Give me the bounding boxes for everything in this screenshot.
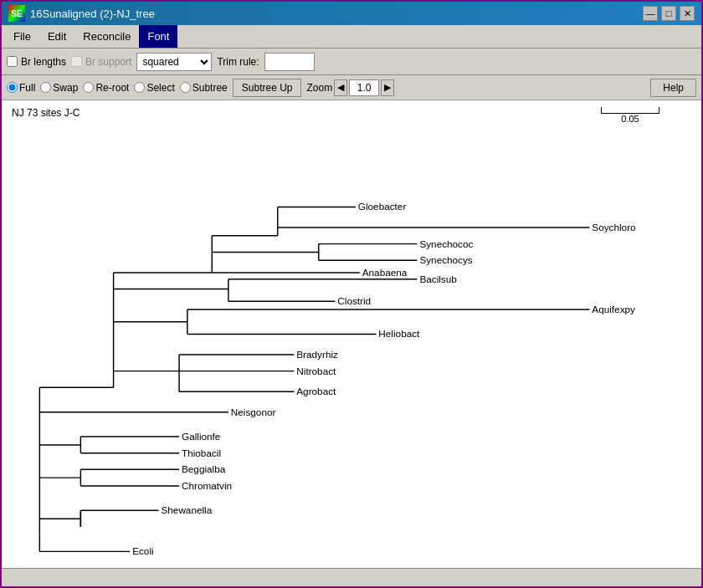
svg-text:Thiobacil: Thiobacil [182, 447, 221, 458]
shape-dropdown[interactable]: squared linear radial [136, 53, 212, 71]
br-support-label: Br support [85, 56, 131, 68]
trim-rule-input[interactable] [264, 53, 315, 71]
svg-text:Ecoli: Ecoli [132, 545, 153, 556]
svg-text:Soychloro: Soychloro [592, 222, 636, 233]
tree-svg: Ecoli Shewanella Beggialba Chromatvin [2, 100, 701, 568]
tree-area: NJ 73 sites J-C 0.05 Ecoli S [2, 100, 701, 568]
svg-text:Gallionfe: Gallionfe [182, 431, 221, 442]
full-radio-label: Full [19, 82, 35, 94]
svg-text:Neisgonor: Neisgonor [231, 406, 276, 417]
zoom-increase-button[interactable]: ▶ [381, 79, 394, 96]
minimize-button[interactable]: — [643, 6, 658, 21]
br-lengths-checkbox[interactable] [7, 56, 18, 67]
br-support-checkbox[interactable] [71, 56, 82, 67]
svg-text:Synechococ: Synechococ [419, 238, 473, 249]
window-title: 16Sunaligned (2)-NJ_tree [30, 8, 155, 20]
svg-text:Agrobact: Agrobact [296, 386, 336, 396]
svg-text:Synechocys: Synechocys [419, 254, 472, 265]
menu-reconcile[interactable]: Reconcile [74, 25, 139, 48]
br-lengths-label: Br lengths [21, 56, 66, 68]
full-radio-group: Full [7, 82, 35, 94]
svg-text:Shewanella: Shewanella [161, 504, 212, 515]
subtree-radio-group: Subtree [180, 82, 228, 94]
title-bar-left: SE 16Sunaligned (2)-NJ_tree [8, 5, 155, 22]
swap-radio-group: Swap [40, 82, 78, 94]
svg-text:Gloebacter: Gloebacter [358, 201, 407, 212]
svg-text:Nitrobact: Nitrobact [296, 366, 336, 376]
subtree-radio-label: Subtree [192, 82, 228, 94]
subtree-up-button[interactable]: Subtree Up [233, 79, 302, 97]
maximize-button[interactable]: □ [661, 6, 676, 21]
app-icon: SE [8, 5, 25, 22]
select-radio[interactable] [134, 82, 145, 93]
zoom-label: Zoom [306, 82, 332, 94]
trim-rule-label: Trim rule: [217, 56, 259, 68]
help-button[interactable]: Help [650, 79, 696, 97]
svg-text:Clostrid: Clostrid [337, 295, 371, 306]
title-buttons: — □ ✕ [643, 6, 695, 21]
svg-text:Beggialba: Beggialba [182, 463, 226, 474]
zoom-value: 1.0 [349, 79, 379, 96]
subtree-radio[interactable] [180, 82, 191, 93]
main-window: SE 16Sunaligned (2)-NJ_tree — □ ✕ File E… [0, 0, 703, 588]
svg-text:Heliobact: Heliobact [378, 328, 420, 339]
reroot-radio-group: Re-root [83, 82, 129, 94]
br-support-group: Br support [71, 56, 131, 68]
close-button[interactable]: ✕ [680, 6, 695, 21]
br-lengths-group: Br lengths [7, 56, 66, 68]
svg-text:Bradyrhiz: Bradyrhiz [296, 349, 338, 360]
menu-file[interactable]: File [5, 25, 39, 48]
svg-text:Aquifexpy: Aquifexpy [592, 304, 635, 314]
reroot-radio[interactable] [83, 82, 94, 93]
swap-radio[interactable] [40, 82, 51, 93]
zoom-control: Zoom ◀ 1.0 ▶ [306, 79, 394, 96]
reroot-radio-label: Re-root [95, 82, 129, 94]
select-radio-group: Select [134, 82, 174, 94]
zoom-decrease-button[interactable]: ◀ [334, 79, 347, 96]
full-radio[interactable] [7, 82, 18, 93]
status-bar [2, 568, 701, 586]
menu-bar: File Edit Reconcile Font [2, 25, 701, 49]
menu-edit[interactable]: Edit [39, 25, 74, 48]
svg-text:Chromatvin: Chromatvin [182, 480, 232, 491]
toolbar-1: Br lengths Br support squared linear rad… [2, 49, 701, 75]
title-bar: SE 16Sunaligned (2)-NJ_tree — □ ✕ [2, 2, 701, 25]
swap-radio-label: Swap [53, 82, 78, 94]
toolbar-2: Full Swap Re-root Select Subtree Subtree… [2, 75, 701, 100]
select-radio-label: Select [146, 82, 174, 94]
svg-text:Bacilsub: Bacilsub [419, 274, 457, 284]
menu-font[interactable]: Font [139, 25, 177, 48]
svg-text:Anabaena: Anabaena [362, 267, 408, 278]
